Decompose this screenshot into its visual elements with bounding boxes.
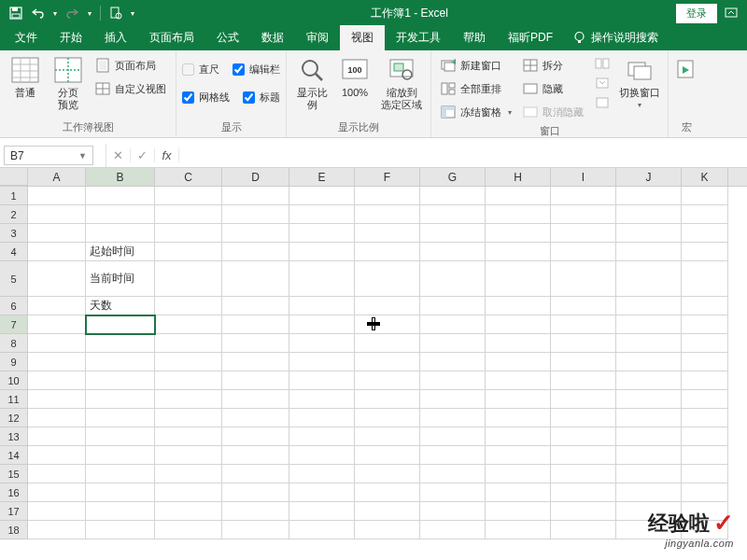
row-header[interactable]: 14 [0,446,28,465]
cell[interactable] [486,334,551,353]
column-header[interactable]: A [28,168,86,186]
insert-function-button[interactable]: fx [155,148,179,162]
cell[interactable] [682,315,728,334]
cell[interactable] [486,243,551,261]
cell[interactable] [682,409,728,427]
cell[interactable] [289,315,355,334]
redo-icon[interactable] [62,3,82,23]
cell[interactable] [420,297,486,315]
cell[interactable] [616,224,682,243]
cell[interactable] [616,353,682,371]
cell[interactable] [355,334,420,353]
tab-insert[interactable]: 插入 [93,25,138,50]
row-header[interactable]: 15 [0,465,28,483]
macros-button[interactable] [674,53,698,85]
cell[interactable] [222,483,289,502]
cell[interactable] [682,483,728,502]
tab-help[interactable]: 帮助 [452,25,497,50]
cell[interactable] [486,521,551,539]
cell[interactable] [551,521,616,539]
cell[interactable] [616,205,682,224]
row-header[interactable]: 13 [0,427,28,446]
cell[interactable] [289,446,355,465]
cell[interactable] [289,243,355,261]
cell[interactable] [486,297,551,315]
cell[interactable] [289,427,355,446]
cell[interactable] [289,297,355,315]
column-header[interactable]: J [616,168,682,186]
cell[interactable] [616,371,682,390]
row-header[interactable]: 4 [0,243,28,261]
column-header[interactable]: K [682,168,728,186]
cell[interactable] [155,315,222,334]
cell[interactable] [682,353,728,371]
cell[interactable] [355,261,420,297]
cell[interactable] [420,261,486,297]
row-header[interactable]: 9 [0,353,28,371]
cell[interactable] [616,243,682,261]
cell[interactable] [682,334,728,353]
cell[interactable] [682,224,728,243]
tab-data[interactable]: 数据 [250,25,295,50]
cell[interactable] [682,261,728,297]
cell[interactable] [222,502,289,521]
cell[interactable] [289,502,355,521]
cell[interactable] [355,521,420,539]
cell[interactable] [28,205,86,224]
cell[interactable] [355,205,420,224]
cell[interactable] [420,243,486,261]
cell[interactable] [420,390,486,409]
cell[interactable] [486,187,551,205]
cell[interactable] [486,465,551,483]
cell[interactable] [86,521,155,539]
login-button[interactable]: 登录 [676,4,717,23]
cell[interactable] [222,315,289,334]
cell[interactable] [616,427,682,446]
split-button[interactable]: 拆分 [519,55,587,76]
cell[interactable] [155,224,222,243]
row-header[interactable]: 10 [0,371,28,390]
qat-customize-icon[interactable]: ▾ [84,3,95,23]
cell[interactable] [355,502,420,521]
cell[interactable] [420,446,486,465]
cell[interactable] [355,224,420,243]
cell[interactable] [551,334,616,353]
column-header[interactable]: F [355,168,420,186]
new-window-button[interactable]: ✱新建窗口 [437,55,515,76]
cell[interactable] [551,446,616,465]
cell[interactable] [355,187,420,205]
undo-icon[interactable] [28,3,49,23]
row-header[interactable]: 8 [0,334,28,353]
cell[interactable] [28,521,86,539]
cell[interactable] [486,427,551,446]
cell[interactable] [420,353,486,371]
cell[interactable] [28,297,86,315]
cell[interactable] [86,465,155,483]
cell[interactable]: 天数 [86,297,155,315]
cell[interactable] [616,465,682,483]
hide-button[interactable]: 隐藏 [519,78,587,99]
cell[interactable] [355,390,420,409]
column-header[interactable]: C [155,168,222,186]
cell[interactable] [222,409,289,427]
cell[interactable] [155,334,222,353]
cell[interactable] [28,243,86,261]
cell[interactable] [222,243,289,261]
cell[interactable] [155,427,222,446]
cell[interactable] [682,427,728,446]
cell[interactable] [486,205,551,224]
row-header[interactable]: 5 [0,261,28,297]
cell[interactable] [682,243,728,261]
headings-checkbox[interactable]: 标题 [243,87,280,107]
cell[interactable] [86,409,155,427]
zoom-button[interactable]: 显示比例 [292,53,331,111]
column-header[interactable]: I [551,168,616,186]
cell[interactable] [86,390,155,409]
freeze-panes-button[interactable]: 冻结窗格▾ [437,102,515,122]
row-header[interactable]: 3 [0,224,28,243]
cell[interactable] [28,427,86,446]
page-layout-button[interactable]: 页面布局 [92,55,170,76]
cell[interactable] [420,224,486,243]
cell[interactable] [551,205,616,224]
cell[interactable] [616,446,682,465]
